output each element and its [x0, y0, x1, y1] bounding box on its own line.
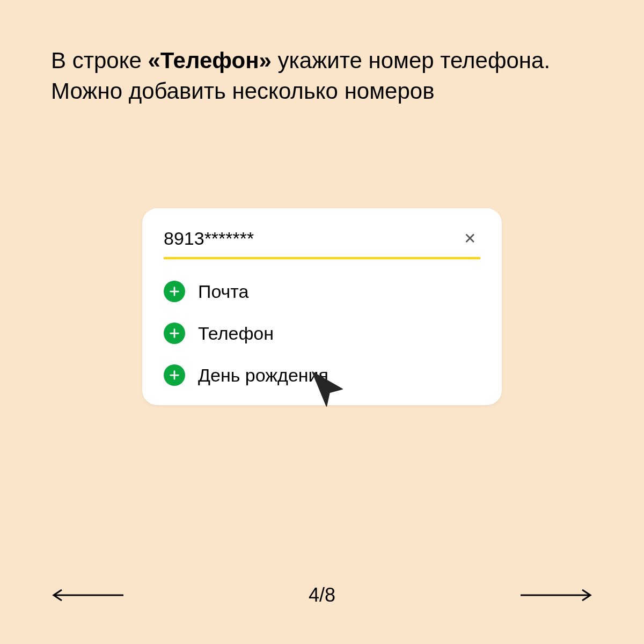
- option-label: Почта: [198, 281, 248, 302]
- option-email[interactable]: Почта: [164, 281, 480, 302]
- option-phone[interactable]: Телефон: [164, 323, 480, 344]
- option-label: День рождения: [198, 365, 328, 386]
- plus-icon: [164, 364, 185, 386]
- phone-input[interactable]: [164, 228, 459, 249]
- plus-icon: [164, 323, 185, 344]
- pager: 4/8: [0, 584, 644, 606]
- phone-input-row: ✕: [164, 228, 480, 259]
- contact-card: ✕ Почта Телефон День рождения: [142, 208, 502, 405]
- add-options-list: Почта Телефон День рождения: [164, 281, 480, 386]
- option-label: Телефон: [198, 323, 274, 344]
- option-birthday[interactable]: День рождения: [164, 364, 480, 386]
- instruction-text: В строке «Телефон» укажите номер телефон…: [51, 46, 593, 106]
- page-indicator: 4/8: [309, 584, 335, 606]
- plus-icon: [164, 281, 185, 302]
- prev-arrow-icon[interactable]: [51, 589, 126, 602]
- next-arrow-icon[interactable]: [518, 589, 593, 602]
- clear-icon[interactable]: ✕: [459, 228, 480, 250]
